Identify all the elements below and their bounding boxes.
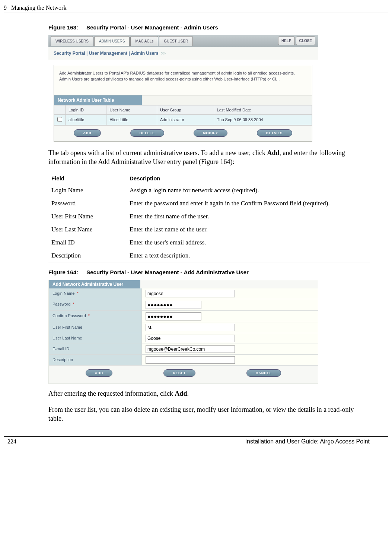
fig164-panel: Add Network Administrative User Login Na… xyxy=(48,280,318,384)
panel-header: Network Admin User Table xyxy=(54,95,312,105)
row-login: alicelittle xyxy=(66,114,106,125)
first-value-cell xyxy=(142,322,318,333)
admin-user-table: Login ID User Name User Group Last Modif… xyxy=(54,105,312,125)
field-name: User Last Name xyxy=(48,223,127,236)
para2c: . xyxy=(187,390,189,397)
form-header: Add Network Administrative User xyxy=(49,280,140,288)
details-button[interactable]: DETAILS xyxy=(257,129,292,137)
field-name: Login Name xyxy=(48,184,127,197)
row-name: Alice Little xyxy=(106,114,157,125)
form-row-login: Login Name* xyxy=(49,288,318,299)
help-close-group: HELP CLOSE xyxy=(278,37,315,45)
confirm-input[interactable] xyxy=(146,312,201,320)
para1-add: Add xyxy=(267,149,280,157)
footer-title: Installation and User Guide: Airgo Acces… xyxy=(245,438,370,445)
required-mark: * xyxy=(88,313,90,318)
chapter-number: 9 xyxy=(4,4,7,11)
last-value-cell xyxy=(142,333,318,344)
field-name: Email ID xyxy=(48,236,127,249)
form-row-desc: Description xyxy=(49,355,318,366)
field-description-table: Field Description Login NameAssign a log… xyxy=(48,173,370,262)
col-login: Login ID xyxy=(66,105,106,114)
password-value-cell xyxy=(142,299,318,310)
chevron-right-icon: >> xyxy=(161,51,166,56)
col-group: User Group xyxy=(157,105,214,114)
fig163-button-row: ADD DELETE MODIFY DETAILS xyxy=(54,125,312,141)
field-desc: Enter the user's email address. xyxy=(127,236,370,249)
form-reset-button[interactable]: RESET xyxy=(163,369,195,377)
login-input[interactable] xyxy=(146,290,235,297)
field-name: Description xyxy=(48,249,127,262)
row-checkbox-cell xyxy=(54,114,66,125)
field-header-row: Field Description xyxy=(48,173,370,184)
modify-button[interactable]: MODIFY xyxy=(194,129,227,137)
password-label-text: Password xyxy=(52,302,70,306)
fig163-panel: WIRELESS USERS ADMIN USERS MAC ACLs GUES… xyxy=(48,35,318,142)
para3: From the user list, you can also delete … xyxy=(48,405,370,423)
table-row: alicelittle Alice Little Administrator T… xyxy=(54,114,312,125)
confirm-value-cell xyxy=(142,311,318,322)
table-header-row: Login ID User Name User Group Last Modif… xyxy=(54,105,312,114)
info-panel: Add Administrator Users to Portal AP's R… xyxy=(54,65,312,142)
confirm-label-text: Confirm Password xyxy=(52,313,86,318)
field-name: User First Name xyxy=(48,210,127,223)
col-checkbox xyxy=(54,105,66,114)
chapter-title: Managing the Network xyxy=(11,4,66,11)
form-row-confirm: Confirm Password* xyxy=(49,311,318,322)
login-label-text: Login Name xyxy=(52,291,74,296)
tab-guest-user[interactable]: GUEST USER xyxy=(159,36,193,46)
email-input[interactable] xyxy=(146,345,235,353)
field-row: DescriptionEnter a text description. xyxy=(48,249,370,262)
field-row: Email IDEnter the user's email address. xyxy=(48,236,370,249)
para2: After entering the requested information… xyxy=(48,389,370,398)
delete-button[interactable]: DELETE xyxy=(130,129,165,137)
tab-wireless-users[interactable]: WIRELESS USERS xyxy=(51,36,93,46)
para1: The tab opens with a list of current adm… xyxy=(48,148,370,167)
field-desc: Enter a text description. xyxy=(127,249,370,262)
breadcrumb: Security Portal | User Management | Admi… xyxy=(48,47,318,60)
desc-input[interactable] xyxy=(146,356,235,364)
field-desc: Enter the first name of the user. xyxy=(127,210,370,223)
desc-value-cell xyxy=(142,355,318,365)
required-mark: * xyxy=(77,291,78,296)
form-cancel-button[interactable]: CANCEL xyxy=(246,369,281,377)
add-button[interactable]: ADD xyxy=(74,129,101,137)
para1a: The tab opens with a list of current adm… xyxy=(48,149,267,157)
desc-label: Description xyxy=(49,355,142,365)
tab-admin-users[interactable]: ADMIN USERS xyxy=(94,36,130,46)
form-row-email: E-mail ID xyxy=(49,344,318,355)
last-input[interactable] xyxy=(146,335,235,342)
row-checkbox[interactable] xyxy=(57,117,62,122)
form-row-last: User Last Name xyxy=(49,333,318,344)
form-row-first: User First Name xyxy=(49,322,318,333)
required-mark: * xyxy=(73,302,74,306)
login-value-cell xyxy=(142,288,318,299)
row-group: Administrator xyxy=(157,114,214,125)
field-row: PasswordEnter the password and enter it … xyxy=(48,197,370,210)
email-label: E-mail ID xyxy=(49,344,142,354)
fig163-caption: Figure 163: Security Portal - User Manag… xyxy=(48,24,370,31)
col-date: Last Modified Date xyxy=(214,105,312,114)
tab-mac-acls[interactable]: MAC ACLs xyxy=(130,36,158,46)
tab-row: WIRELESS USERS ADMIN USERS MAC ACLs GUES… xyxy=(48,35,318,47)
fig164-caption: Figure 164: Security Portal - User Manag… xyxy=(48,269,370,275)
first-input[interactable] xyxy=(146,324,235,331)
field-name: Password xyxy=(48,197,127,210)
breadcrumb-text: Security Portal | User Management | Admi… xyxy=(54,51,159,56)
form-row-password: Password* xyxy=(49,299,318,311)
page-number: 224 xyxy=(7,438,16,445)
password-label: Password* xyxy=(49,299,142,310)
field-row: User First NameEnter the first name of t… xyxy=(48,210,370,223)
close-button[interactable]: CLOSE xyxy=(296,37,315,45)
field-header-field: Field xyxy=(48,173,127,184)
help-button[interactable]: HELP xyxy=(278,37,295,45)
form-add-button[interactable]: ADD xyxy=(86,369,113,377)
field-row: User Last NameEnter the last name of the… xyxy=(48,223,370,236)
login-label: Login Name* xyxy=(49,288,142,299)
chapter-label: 9 Managing the Network xyxy=(0,4,66,11)
info-text: Add Administrator Users to Portal AP's R… xyxy=(54,65,312,95)
field-desc: Enter the password and enter it again in… xyxy=(127,197,370,210)
password-input[interactable] xyxy=(146,301,201,309)
first-label: User First Name xyxy=(49,322,142,333)
fig164-number: Figure 164: xyxy=(48,269,78,275)
